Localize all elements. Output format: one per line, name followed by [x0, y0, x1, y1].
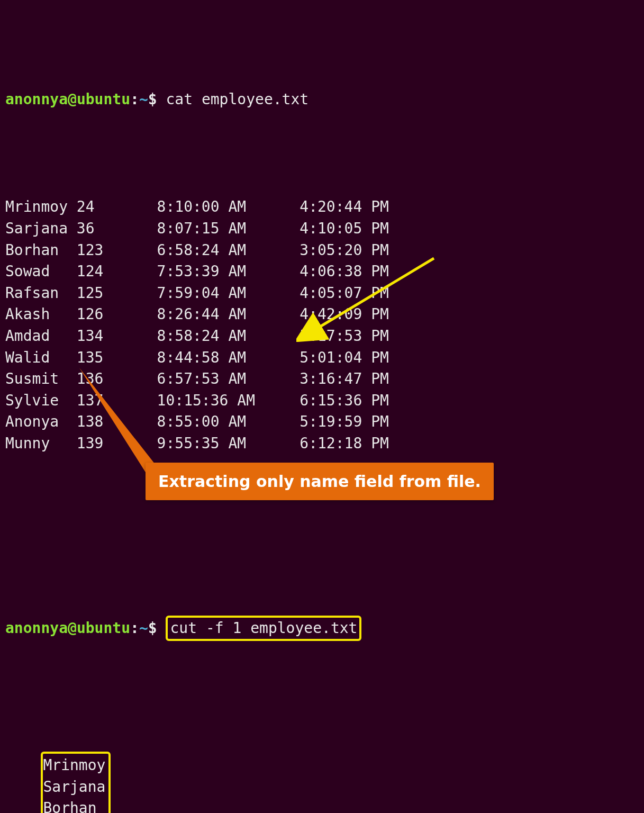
list-item: Sarjana: [43, 776, 105, 798]
table-row: Munny 139 9:55:35 AM 6:12:18 PM: [5, 433, 639, 455]
list-item: Mrinmoy: [43, 755, 105, 776]
table-row: Sylvie 137 10:15:36 AM 6:15:36 PM: [5, 390, 639, 412]
prompt-at: @: [68, 619, 77, 637]
prompt-host: ubuntu: [77, 619, 130, 637]
table-row: Walid 135 8:44:58 AM 5:01:04 PM: [5, 347, 639, 369]
list-item: Borhan: [43, 798, 105, 813]
table-row: Anonya 138 8:55:00 AM 5:19:59 PM: [5, 411, 639, 433]
table-row: Sarjana 36 8:07:15 AM 4:10:05 PM: [5, 218, 639, 240]
terminal[interactable]: anonnya@ubuntu:~$ cat employee.txt Mrinm…: [0, 0, 644, 813]
command-cut: cut -f 1 employee.txt: [170, 619, 357, 637]
table-row: Susmit 136 6:57:53 AM 3:16:47 PM: [5, 368, 639, 390]
table-row: Rafsan 125 7:59:04 AM 4:05:07 PM: [5, 283, 639, 304]
table-row: Akash 126 8:26:44 AM 4:42:09 PM: [5, 304, 639, 326]
table-row: Sowad 124 7:53:39 AM 4:06:38 PM: [5, 261, 639, 283]
prompt-dollar: $: [148, 91, 157, 108]
command-cat: cat employee.txt: [166, 91, 309, 108]
prompt-user: anonnya: [5, 91, 68, 108]
names-highlight-box: MrinmoySarjanaBorhanSowadRafsanAkashAmda…: [41, 752, 111, 813]
highlighted-command-box: cut -f 1 employee.txt: [166, 616, 361, 642]
prompt-dollar: $: [148, 619, 157, 637]
prompt-user: anonnya: [5, 619, 68, 637]
prompt-line-1: anonnya@ubuntu:~$ cat employee.txt: [5, 89, 639, 111]
cat-output: Mrinmoy 24 8:10:00 AM 4:20:44 PMSarjana …: [5, 196, 639, 454]
prompt-colon: :: [130, 619, 139, 637]
prompt-host: ubuntu: [77, 91, 130, 108]
prompt-at: @: [68, 91, 77, 108]
prompt-path: ~: [139, 619, 148, 637]
prompt-path: ~: [139, 91, 148, 108]
table-row: Borhan 123 6:58:24 AM 3:05:20 PM: [5, 240, 639, 261]
prompt-line-2: anonnya@ubuntu:~$ cut -f 1 employee.txt: [5, 616, 639, 642]
prompt-colon: :: [130, 91, 139, 108]
table-row: Mrinmoy 24 8:10:00 AM 4:20:44 PM: [5, 196, 639, 218]
table-row: Amdad 134 8:58:24 AM 5:17:53 PM: [5, 326, 639, 347]
cut-output: MrinmoySarjanaBorhanSowadRafsanAkashAmda…: [5, 730, 639, 813]
